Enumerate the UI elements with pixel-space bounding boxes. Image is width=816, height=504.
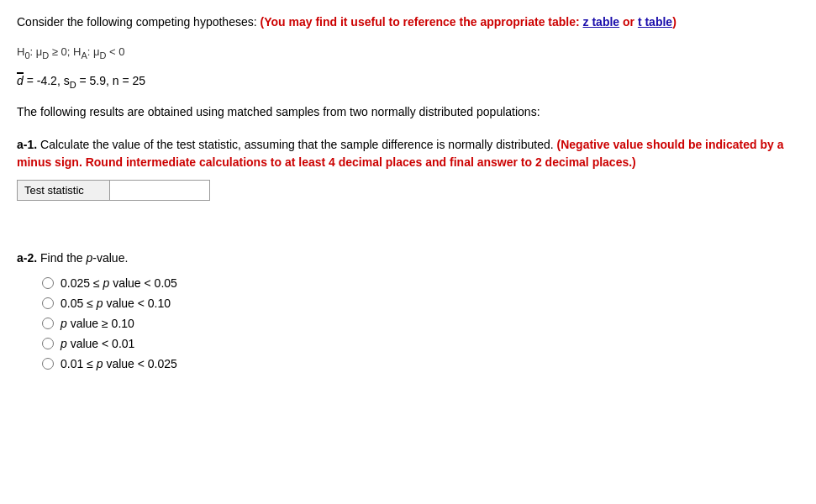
z-table-link[interactable]: z table [583,15,620,29]
section-a2: a-2. Find the p-value. 0.025 ≤ p value <… [17,251,799,370]
section-a1: a-1. Calculate the value of the test sta… [17,136,799,171]
radio-input-4[interactable] [42,358,54,370]
results-line: The following results are obtained using… [17,103,799,121]
hypothesis-line: H0: μD ≥ 0; HA: μD < 0 [17,43,799,63]
a2-text2: -value. [92,251,128,265]
radio-group: 0.025 ≤ p value < 0.050.05 ≤ p value < 0… [42,276,799,370]
radio-label-2: p value ≥ 0.10 [61,317,134,330]
a2-label-line: a-2. Find the p-value. [17,251,799,265]
intro-line: Consider the following competing hypothe… [17,13,799,31]
radio-input-3[interactable] [42,338,54,349]
test-statistic-label: Test statistic [18,181,110,200]
radio-input-1[interactable] [42,297,54,309]
radio-option-4[interactable]: 0.01 ≤ p value < 0.025 [42,357,799,370]
d-bar-symbol: d [17,71,24,90]
intro-prefix: Consider the following competing hypothe… [17,15,261,29]
a1-label: a-1. [17,138,37,151]
radio-option-3[interactable]: p value < 0.01 [42,337,799,350]
radio-option-1[interactable]: 0.05 ≤ p value < 0.10 [42,297,799,310]
test-statistic-input[interactable] [110,181,203,200]
a1-text: Calculate the value of the test statisti… [37,138,556,151]
t-table-link[interactable]: t table [638,15,672,29]
radio-label-4: 0.01 ≤ p value < 0.025 [61,357,177,370]
radio-label-3: p value < 0.01 [61,337,134,350]
h0-label: H0: μD ≥ 0; HA: μD < 0 [17,45,124,58]
test-statistic-row: Test statistic [17,180,210,201]
radio-option-2[interactable]: p value ≥ 0.10 [42,317,799,330]
radio-option-0[interactable]: 0.025 ≤ p value < 0.05 [42,276,799,290]
dbar-values: = -4.2, sD = 5.9, n = 25 [27,74,145,87]
a2-label: a-2. [17,251,37,265]
intro-bold-start: (You may find it useful to reference the… [261,15,676,29]
hypotheses-block: H0: μD ≥ 0; HA: μD < 0 [17,43,799,63]
radio-label-0: 0.025 ≤ p value < 0.05 [61,276,177,290]
radio-input-2[interactable] [42,318,54,329]
a2-text: Find the [37,251,86,265]
dbar-line: d = -4.2, sD = 5.9, n = 25 [17,71,799,92]
radio-label-1: 0.05 ≤ p value < 0.10 [61,297,171,310]
radio-input-0[interactable] [42,277,54,289]
